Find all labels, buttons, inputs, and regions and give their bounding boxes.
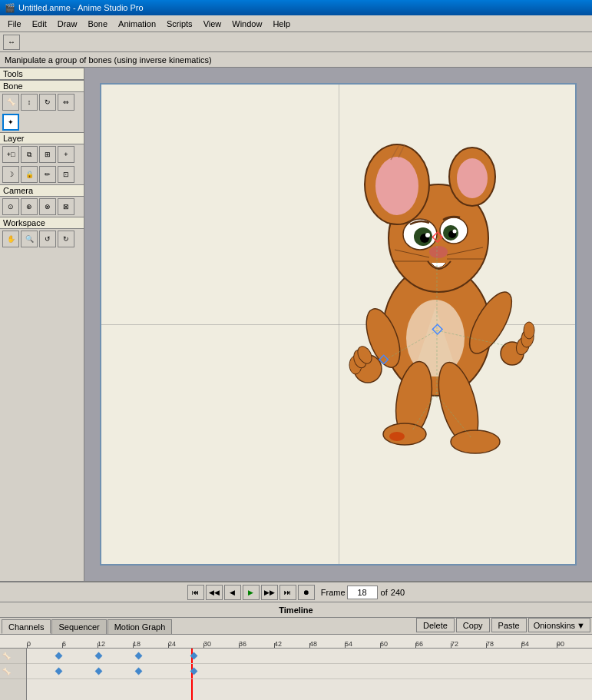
onionskins-label: Onionskins (534, 621, 575, 630)
timeline-track-1 (27, 649, 592, 664)
frame-label: Frame (321, 588, 346, 597)
keyframe-2-2[interactable] (95, 668, 103, 675)
camera-track-btn[interactable]: ⊠ (58, 198, 74, 215)
layer-ungroup-btn[interactable]: + (58, 146, 74, 163)
menu-draw[interactable]: Draw (53, 18, 82, 30)
menu-view[interactable]: View (199, 18, 227, 30)
menu-bone[interactable]: Bone (83, 18, 112, 30)
title-bar: 🎬 Untitled.anme - Anime Studio Pro (0, 0, 592, 15)
camera-zoom-btn[interactable]: ⊕ (21, 198, 38, 215)
svg-point-17 (451, 430, 500, 453)
delete-btn[interactable]: Delete (416, 618, 455, 632)
bone-translate-btn[interactable]: ↕ (21, 94, 38, 111)
layer-delete-btn[interactable]: ⊡ (58, 166, 74, 183)
ruler-78: 78 (486, 640, 521, 648)
tab-channels[interactable]: Channels (2, 619, 51, 634)
main-layout: Tools Bone 🦴 ↕ ↻ ⇔ ✦ Layer +□ ⧉ ⊞ + ☽ 🔒 … (0, 68, 592, 581)
keyframe-1-3[interactable] (135, 652, 143, 660)
svg-point-33 (453, 230, 457, 234)
ruler-36: 36 (239, 640, 274, 648)
bone-tools-row2: ✦ (0, 112, 84, 132)
keyframe-1-2[interactable] (95, 652, 103, 660)
svg-point-23 (457, 158, 488, 198)
ruler-84: 84 (521, 640, 557, 648)
timeline-ruler: 0 6 12 18 24 30 36 42 48 54 60 66 72 78 … (0, 635, 592, 649)
layer-group-btn[interactable]: ⊞ (39, 146, 56, 163)
step-forward-btn[interactable]: ▶▶ (261, 585, 278, 600)
workspace-section-title: Workspace (0, 217, 84, 229)
bone-ik-btn[interactable]: ✦ (2, 114, 19, 131)
bone-scale-btn[interactable]: ⇔ (58, 94, 74, 111)
tools-panel: Tools Bone 🦴 ↕ ↻ ⇔ ✦ Layer +□ ⧉ ⊞ + ☽ 🔒 … (0, 68, 84, 581)
ruler-42: 42 (274, 640, 309, 648)
onionskins-btn[interactable]: Onionskins ▼ (528, 618, 590, 632)
goto-end-btn[interactable]: ⏭ (279, 585, 296, 600)
svg-point-15 (389, 432, 405, 441)
window-title: Untitled.anme - Anime Studio Pro (18, 3, 144, 12)
workspace-hand-btn[interactable]: ✋ (2, 231, 19, 247)
camera-tools-row: ⊙ ⊕ ⊗ ⊠ (0, 197, 84, 217)
keyframe-2-1[interactable] (55, 668, 63, 675)
layer-add-btn[interactable]: +□ (2, 146, 19, 163)
menu-help[interactable]: Help (268, 18, 295, 30)
workspace-reset-btn[interactable]: ↺ (39, 231, 56, 247)
layer-duplicate-btn[interactable]: ⧉ (21, 146, 38, 163)
bone-icon-2: 🦴 (2, 668, 11, 675)
canvas-area[interactable] (84, 68, 592, 581)
layer-tools-row2: ☽ 🔒 ✏ ⊡ (0, 164, 84, 184)
camera-pan-btn[interactable]: ⊙ (2, 198, 19, 215)
menu-scripts[interactable]: Scripts (162, 18, 197, 30)
svg-point-34 (429, 246, 448, 258)
rewind-fast-btn[interactable]: ◀◀ (206, 585, 223, 600)
camera-rotate-btn[interactable]: ⊗ (39, 198, 56, 215)
timeline-track-2 (27, 664, 592, 679)
timeline-label: Timeline (0, 602, 592, 618)
bone-rotate-btn[interactable]: ↻ (39, 94, 56, 111)
play-btn[interactable]: ▶ (243, 585, 260, 600)
keyframe-2-4[interactable] (190, 668, 198, 675)
workspace-fit-btn[interactable]: ↻ (58, 231, 74, 247)
ruler-24: 24 (168, 640, 203, 648)
playback-controls: ⏮ ◀◀ ◀ ▶ ▶▶ ⏭ ⏺ Frame of 240 (0, 582, 592, 602)
menu-edit[interactable]: Edit (28, 18, 51, 30)
main-toolbar: ↔ (0, 32, 592, 52)
timeline-tabs: Channels Sequencer Motion Graph Delete C… (0, 618, 592, 635)
tab-motion-graph[interactable]: Motion Graph (107, 619, 173, 634)
copy-btn[interactable]: Copy (456, 618, 490, 632)
tools-section-title: Tools (0, 68, 84, 80)
step-back-btn[interactable]: ◀ (224, 585, 241, 600)
toolbar-transform-btn[interactable]: ↔ (3, 35, 20, 50)
paste-btn[interactable]: Paste (491, 618, 527, 632)
layer-flip-btn[interactable]: 🔒 (21, 166, 38, 183)
menu-file[interactable]: File (3, 18, 26, 30)
status-text: Manipulate a group of bones (using inver… (5, 55, 212, 65)
svg-point-12 (524, 322, 534, 339)
tab-sequencer[interactable]: Sequencer (51, 619, 106, 634)
ruler-48: 48 (309, 640, 345, 648)
workspace-zoom-btn[interactable]: 🔍 (21, 231, 38, 247)
camera-section-title: Camera (0, 184, 84, 197)
ruler-0: 0 (27, 640, 62, 648)
timeline-area: ⏮ ◀◀ ◀ ▶ ▶▶ ⏭ ⏺ Frame of 240 Timeline Ch… (0, 581, 592, 700)
keyframe-1-4[interactable] (190, 652, 198, 660)
ruler-30: 30 (203, 640, 239, 648)
timeline-tracks[interactable] (27, 649, 592, 700)
keyframe-2-3[interactable] (135, 668, 143, 675)
ruler-90: 90 (557, 640, 592, 648)
bone-select-btn[interactable]: 🦴 (2, 94, 19, 111)
menu-animation[interactable]: Animation (114, 18, 160, 30)
record-btn[interactable]: ⏺ (298, 585, 315, 600)
layer-tools-row: +□ ⧉ ⊞ + (0, 144, 84, 164)
layer-section-title: Layer (0, 132, 84, 144)
canvas-inner[interactable] (100, 83, 577, 566)
track-label-1: 🦴 (0, 649, 26, 664)
frame-input[interactable] (347, 586, 378, 599)
layer-edit-btn[interactable]: ✏ (39, 166, 56, 183)
keyframe-1-1[interactable] (55, 652, 63, 660)
goto-start-btn[interactable]: ⏮ (187, 585, 204, 600)
canvas-content (101, 85, 575, 564)
timeline-content[interactable]: 🦴 🦴 (0, 649, 592, 700)
layer-move-btn[interactable]: ☽ (2, 166, 19, 183)
menu-window[interactable]: Window (227, 18, 266, 30)
bone-icon-1: 🦴 (2, 652, 11, 660)
